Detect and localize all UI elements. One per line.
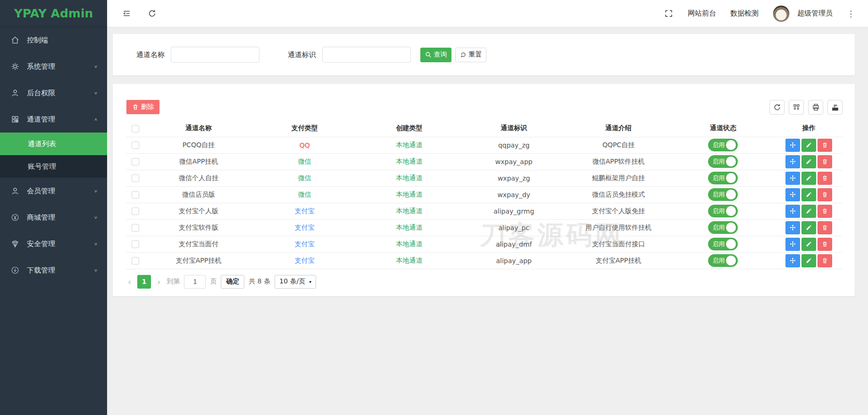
sidebar-item-mall[interactable]: 商城管理∨ (0, 204, 107, 231)
sidebar-subitem-channel-list[interactable]: 通道列表 (0, 133, 107, 155)
sidebar-item-security[interactable]: 安全管理∨ (0, 231, 107, 257)
chevron-down-icon: ∨ (94, 215, 98, 220)
delete-row-button[interactable] (818, 254, 832, 267)
sidebar-item-label: 下载管理 (27, 266, 94, 275)
delete-row-button[interactable] (818, 205, 832, 218)
trash-icon (822, 208, 828, 214)
more-menu-icon[interactable]: ⋮ (847, 9, 855, 18)
sidebar-item-member[interactable]: 会员管理∨ (0, 178, 107, 204)
trash-icon (822, 257, 828, 264)
status-toggle[interactable]: 启用 (708, 188, 738, 201)
current-page-button[interactable]: 1 (137, 275, 151, 289)
sidebar-item-control[interactable]: 控制端 (0, 27, 107, 53)
edit-row-button[interactable] (801, 188, 816, 201)
table-row: 支付宝APP挂机 支付宝 本地通道 alipay_app 支付宝APP挂机 启用 (126, 252, 843, 269)
move-row-button[interactable] (785, 221, 800, 234)
column-header: 通道介绍 (566, 120, 671, 137)
sidebar-item-channel[interactable]: 通道管理∧ (0, 106, 107, 133)
download-icon (10, 266, 20, 275)
delete-row-button[interactable] (818, 188, 832, 201)
edit-icon (806, 257, 812, 264)
edit-row-button[interactable] (801, 139, 816, 152)
user-avatar[interactable] (773, 5, 790, 22)
edit-row-button[interactable] (801, 221, 816, 234)
toggle-knob-icon (726, 239, 736, 249)
select-all-checkbox[interactable] (132, 125, 139, 133)
fullscreen-icon[interactable] (663, 8, 674, 19)
move-row-button[interactable] (785, 205, 800, 218)
delete-row-button[interactable] (818, 155, 832, 168)
collapse-sidebar-icon[interactable] (121, 8, 132, 19)
export-icon[interactable] (827, 100, 843, 115)
query-button[interactable]: 查询 (420, 48, 451, 62)
toggle-knob-icon (726, 256, 736, 266)
row-checkbox[interactable] (132, 208, 139, 215)
confirm-page-button[interactable]: 确定 (221, 275, 244, 289)
table-row: 支付宝软件版 支付宝 本地通道 alipay_pc 用户自行使用软件挂机 启用 (126, 219, 843, 236)
edit-row-button[interactable] (801, 238, 816, 251)
status-toggle[interactable]: 启用 (708, 221, 738, 234)
move-row-button[interactable] (785, 155, 800, 168)
status-toggle[interactable]: 启用 (708, 238, 738, 250)
status-toggle[interactable]: 启用 (708, 155, 738, 168)
per-page-select[interactable]: 10 条/页 ▾ (275, 275, 316, 289)
next-page-button[interactable]: › (155, 277, 162, 287)
reset-button[interactable]: 重置 (455, 48, 486, 62)
move-row-button[interactable] (785, 254, 800, 267)
edit-row-button[interactable] (801, 254, 816, 267)
channel-code-cell: wxpay_zg (461, 170, 566, 186)
move-row-button[interactable] (785, 188, 800, 201)
row-checkbox[interactable] (132, 174, 139, 182)
username[interactable]: 超级管理员 (797, 9, 833, 18)
row-checkbox[interactable] (132, 191, 139, 199)
sidebar-item-system[interactable]: 系统管理∨ (0, 53, 107, 80)
channel-name-input[interactable] (171, 47, 259, 63)
delete-row-button[interactable] (818, 139, 832, 152)
delete-row-button[interactable] (818, 221, 832, 234)
edit-row-button[interactable] (801, 205, 816, 218)
move-row-button[interactable] (785, 238, 800, 251)
status-toggle[interactable]: 启用 (708, 139, 738, 151)
prev-page-button[interactable]: ‹ (126, 277, 133, 287)
move-icon (790, 158, 796, 165)
toggle-knob-icon (726, 223, 736, 232)
print-icon[interactable] (808, 100, 823, 115)
row-checkbox[interactable] (132, 141, 139, 149)
move-row-button[interactable] (785, 139, 800, 152)
row-checkbox[interactable] (132, 241, 139, 248)
channel-name-cell: 微信个人自挂 (145, 170, 252, 186)
delete-row-button[interactable] (818, 172, 832, 185)
channel-code-label: 通道标识 (288, 50, 316, 59)
trash-icon (822, 158, 828, 165)
goto-page-input[interactable] (184, 275, 206, 289)
submenu-channel: 通道列表账号管理 (0, 133, 107, 178)
pay-type-cell: 支付宝 (252, 236, 357, 252)
status-toggle[interactable]: 启用 (708, 172, 738, 184)
delete-row-button[interactable] (818, 238, 832, 251)
status-toggle[interactable]: 启用 (708, 254, 738, 267)
batch-delete-button[interactable]: 删除 (126, 100, 160, 115)
sidebar-item-download[interactable]: 下载管理∨ (0, 257, 107, 283)
sidebar-item-permission[interactable]: 后台权限∨ (0, 80, 107, 106)
chevron-down-icon: ∨ (94, 189, 98, 193)
edit-row-button[interactable] (801, 155, 816, 168)
create-type-cell: 本地通道 (357, 137, 462, 153)
refresh-page-icon[interactable] (147, 8, 157, 19)
status-toggle[interactable]: 启用 (708, 205, 738, 217)
table-row: 支付宝个人版 支付宝 本地通道 alipay_grmg 支付宝个人版免挂 启用 (126, 203, 843, 219)
refresh-table-icon[interactable] (769, 100, 785, 115)
edit-icon (806, 224, 812, 231)
move-row-button[interactable] (785, 172, 800, 185)
sidebar-subitem-account-manage[interactable]: 账号管理 (0, 155, 107, 178)
row-checkbox[interactable] (132, 257, 139, 265)
site-front-link[interactable]: 网站前台 (688, 9, 716, 18)
row-checkbox[interactable] (132, 224, 139, 232)
sidebar-item-label: 控制端 (27, 36, 98, 45)
edit-row-button[interactable] (801, 172, 816, 185)
pagination: ‹ 1 › 到第 页 确定 共 8 条 10 条/页 ▾ (126, 275, 843, 289)
chevron-down-icon: ∨ (94, 241, 98, 246)
row-checkbox[interactable] (132, 158, 139, 166)
data-check-link[interactable]: 数据检测 (730, 9, 759, 18)
column-filter-icon[interactable] (789, 100, 804, 115)
channel-code-input[interactable] (322, 47, 411, 63)
